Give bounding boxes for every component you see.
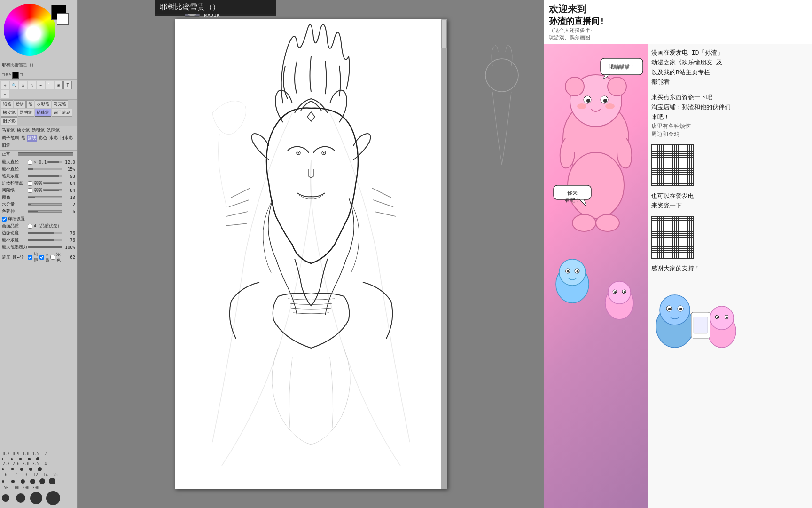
shop-name: 淘宝店铺：孙渣和他的伙伴们	[651, 103, 808, 112]
tool-fill[interactable]: ▣	[55, 81, 63, 89]
dot-15[interactable]	[28, 458, 31, 460]
dot-label-30: 3.0	[22, 462, 30, 466]
dot-6[interactable]	[2, 480, 4, 483]
dot-09[interactable]	[11, 458, 13, 460]
max-diam-checkbox[interactable]	[28, 160, 32, 165]
dot-50[interactable]	[2, 494, 9, 502]
min-dense-bar[interactable]	[28, 239, 62, 241]
dot-label-25: 25	[51, 473, 60, 477]
gap-checkbox[interactable]	[28, 188, 32, 193]
press-hard-checkbox2[interactable]	[39, 255, 44, 260]
dot-14-selected[interactable]	[39, 478, 45, 484]
color-swatches[interactable]	[51, 5, 72, 26]
brush-tab-pen[interactable]: 笔	[26, 100, 34, 108]
brush-item-describe[interactable]: 描线	[27, 135, 37, 142]
scrollbar-thumb[interactable]	[441, 20, 447, 48]
tool-move[interactable]: ✛	[1, 81, 9, 89]
brush-item-select[interactable]: 选区笔	[46, 127, 61, 134]
brush-item-tone1[interactable]: 调子笔刷	[1, 135, 20, 142]
press-hard-checkbox1[interactable]	[28, 255, 32, 260]
canvas-vertical-scrollbar[interactable]	[441, 19, 447, 489]
water-bar[interactable]	[28, 203, 62, 206]
quality-checkbox[interactable]	[28, 224, 32, 229]
max-diam-bar[interactable]	[47, 161, 62, 163]
press-hard-color: 浓色	[56, 251, 62, 263]
brush-tab-powder[interactable]: 粉饼	[14, 100, 26, 108]
canvas-area[interactable]: 耶树比蜜雪贵（） bgm: Sunshine （TV动漫）《港 MONKEY M…	[78, 0, 544, 508]
color-picker[interactable]: 耶树比蜜雪贵（）	[0, 0, 77, 71]
brush-tab-transparent[interactable]: 透明笔	[18, 109, 34, 117]
stream-content-area: 哦喵喵喵！ 你来 看吧！	[544, 44, 812, 508]
brush-tab-marker[interactable]: 马克笔	[52, 100, 68, 108]
gap-bar[interactable]	[43, 189, 62, 191]
brush-tab-tone[interactable]: 调子笔刷	[52, 109, 72, 117]
tool-eraser[interactable]: ⬜	[46, 81, 54, 89]
blend-slider[interactable]	[18, 152, 73, 156]
color-extend-bar[interactable]	[28, 210, 62, 213]
brush-item-horse[interactable]: 马克笔	[1, 127, 16, 134]
brush-density-bar[interactable]	[28, 175, 62, 177]
tool-select-circle[interactable]: ○	[19, 81, 27, 89]
color-setting-bar[interactable]	[28, 196, 62, 198]
brush-item-pen2[interactable]: 笔	[20, 135, 26, 142]
dot-30[interactable]	[20, 468, 23, 471]
manga-info-block: 漫画在爱发电 ID「孙渣」 动漫之家《欢乐愉朋友 及 以及我的B站主页专栏 都能…	[651, 48, 808, 87]
dot-35[interactable]	[29, 468, 32, 471]
dot-26[interactable]	[11, 468, 14, 470]
hardness-bar[interactable]	[28, 232, 62, 234]
svg-point-11	[565, 77, 584, 96]
dot-9[interactable]	[21, 479, 25, 484]
dot-25[interactable]	[49, 478, 55, 484]
color-wheel-inner	[17, 17, 50, 50]
svg-point-15	[586, 99, 590, 103]
press-hard-checkbox3[interactable]	[50, 255, 55, 260]
dot-10[interactable]	[19, 458, 22, 460]
tool-undo[interactable]: ↺	[1, 90, 9, 98]
brush-item-old-pen[interactable]: 旧笔	[1, 142, 11, 149]
brush-item-old-water[interactable]: 旧水彩	[59, 135, 74, 142]
tool-lasso[interactable]: ◌	[28, 81, 36, 89]
brush-tab-ink[interactable]: 旧水彩	[1, 117, 17, 125]
svg-point-23	[596, 214, 619, 231]
buy-block: 来买点东西资瓷一下吧 淘宝店铺：孙渣和他的伙伴们 来吧！ 店里有各种烦恼 周边和…	[651, 93, 808, 138]
left-toolbar: 耶树比蜜雪贵（） □ ⊕ ✎ □ ✛ 🔍 ○ ◌ ✒ ⬜ ▣ T ↺ 铅笔 粉饼…	[0, 0, 78, 508]
dot-2[interactable]	[36, 457, 39, 460]
tool-zoom[interactable]: 🔍	[10, 81, 18, 89]
icon-eyedropper[interactable]: ⊕	[5, 72, 8, 79]
detail-checkbox[interactable]	[2, 217, 7, 222]
color-wheel[interactable]	[4, 4, 55, 56]
press-hard-axis: 轴距	[34, 251, 39, 263]
drawing-canvas[interactable]	[175, 19, 447, 489]
max-press-bar[interactable]	[28, 246, 62, 248]
brush-item-transp[interactable]: 透明笔	[31, 127, 46, 134]
brush-item-color-water[interactable]: 彩色 水彩	[38, 135, 59, 142]
spread-bar[interactable]	[43, 182, 62, 184]
background-color[interactable]	[57, 13, 69, 25]
tool-buttons-row: ✛ 🔍 ○ ◌ ✒ ⬜ ▣ T ↺	[0, 79, 77, 99]
color-setting-label: 颜色	[2, 194, 28, 200]
tool-pen[interactable]: ✒	[37, 81, 45, 89]
dot-07[interactable]	[2, 458, 3, 460]
icon-pen[interactable]: ✎	[9, 72, 11, 79]
brush-tab-rubber[interactable]: 橡皮笔	[1, 109, 17, 117]
min-diam-bar[interactable]	[28, 168, 62, 170]
dot-4[interactable]	[38, 467, 42, 471]
tool-text[interactable]: T	[63, 81, 72, 89]
brush-tab-watercolor[interactable]: 水彩笔	[35, 100, 51, 108]
dot-7[interactable]	[11, 480, 15, 483]
dot-label-12: 12	[31, 473, 40, 477]
brush-tab-pencil[interactable]: 铅笔	[1, 100, 13, 108]
dot-100[interactable]	[16, 493, 25, 503]
svg-point-38	[624, 291, 625, 293]
dot-300[interactable]	[46, 491, 60, 505]
spread-checkbox[interactable]	[28, 181, 32, 186]
brush-tab-selection[interactable]: 描线笔	[35, 109, 51, 117]
qr-code-1-block	[651, 144, 808, 188]
dot-200[interactable]	[30, 492, 42, 504]
blend-mode-row: 正常	[0, 150, 77, 158]
max-diam-label: 最大直径	[2, 159, 28, 165]
brush-category-tabs: 铅笔 粉饼 笔 水彩笔 马克笔 橡皮笔 透明笔 描线笔 调子笔刷 旧水彩	[0, 99, 77, 126]
dot-12[interactable]	[30, 479, 35, 484]
brush-item-rubber[interactable]: 橡皮笔	[16, 127, 31, 134]
dot-23[interactable]	[2, 468, 4, 470]
